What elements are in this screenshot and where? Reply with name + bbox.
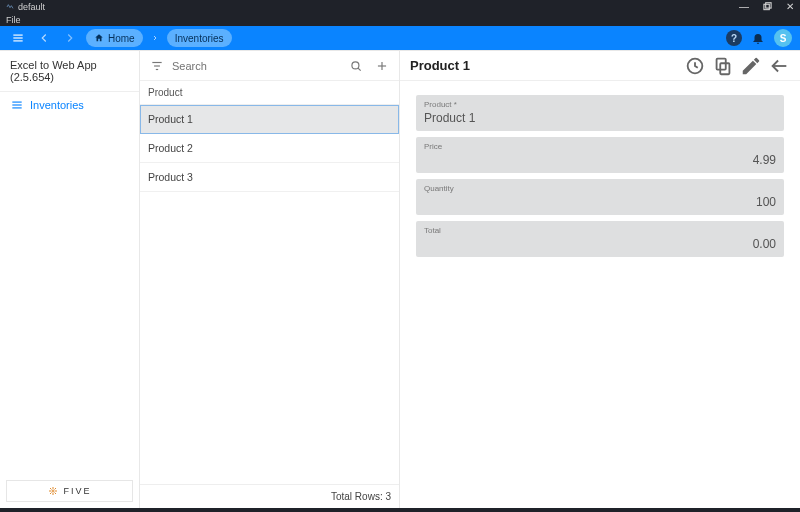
nav-back-button[interactable]	[34, 28, 54, 48]
breadcrumb-home[interactable]: Home	[86, 29, 143, 47]
table-row[interactable]: Product 2	[140, 134, 399, 163]
row-label: Product 2	[148, 142, 193, 154]
list-icon	[10, 98, 24, 112]
field-total[interactable]: Total 0.00	[416, 221, 784, 257]
detail-header: Product 1	[400, 51, 800, 81]
searchbar	[140, 51, 399, 81]
filter-button[interactable]	[146, 55, 168, 77]
brand-text: FIVE	[63, 486, 91, 496]
menubar: File	[0, 14, 800, 26]
app-icon	[6, 3, 14, 11]
search-input[interactable]	[172, 60, 341, 72]
table-row[interactable]: Product 3	[140, 163, 399, 192]
field-product-value: Product 1	[424, 109, 776, 125]
list: Product 1 Product 2 Product 3	[140, 105, 399, 484]
list-column-header: Product	[140, 81, 399, 105]
field-total-label: Total	[424, 226, 776, 235]
sidebar-item-label: Inventories	[30, 99, 84, 111]
avatar-initial: S	[780, 33, 787, 44]
field-quantity-value: 100	[424, 193, 776, 209]
breadcrumb-home-label: Home	[108, 33, 135, 44]
notifications-button[interactable]	[748, 28, 768, 48]
total-rows-value: 3	[385, 491, 391, 502]
sidebar-item-inventories[interactable]: Inventories	[0, 92, 139, 118]
topnav: Home Inventories ? S	[0, 26, 800, 50]
hamburger-icon[interactable]	[8, 28, 28, 48]
window-maximize-button[interactable]	[763, 2, 772, 13]
field-price-label: Price	[424, 142, 776, 151]
field-product[interactable]: Product * Product 1	[416, 95, 784, 131]
copy-button[interactable]	[712, 55, 734, 77]
total-rows-label: Total Rows:	[331, 491, 383, 502]
detail-body: Product * Product 1 Price 4.99 Quantity …	[400, 81, 800, 271]
breadcrumb-current-label: Inventories	[175, 33, 224, 44]
edit-button[interactable]	[740, 55, 762, 77]
list-column: Product Product 1 Product 2 Product 3 To…	[140, 51, 400, 508]
field-quantity-label: Quantity	[424, 184, 776, 193]
bottombar	[0, 508, 800, 512]
window-title: default	[18, 2, 739, 12]
breadcrumb-current[interactable]: Inventories	[167, 29, 232, 47]
required-indicator: *	[454, 100, 457, 109]
svg-line-13	[358, 68, 361, 71]
row-label: Product 1	[148, 113, 193, 125]
app-title: Excel to Web App (2.5.654)	[0, 51, 139, 92]
window-titlebar: default — ✕	[0, 0, 800, 14]
row-label: Product 3	[148, 171, 193, 183]
avatar[interactable]: S	[774, 29, 792, 47]
nav-forward-button[interactable]	[60, 28, 80, 48]
svg-point-12	[352, 61, 359, 68]
detail-panel: Product 1 Product * Product 1	[400, 51, 800, 508]
history-button[interactable]	[684, 55, 706, 77]
help-button[interactable]: ?	[726, 30, 742, 46]
field-price[interactable]: Price 4.99	[416, 137, 784, 173]
table-row[interactable]: Product 1	[140, 105, 399, 134]
window-minimize-button[interactable]: —	[739, 2, 749, 12]
menu-file[interactable]: File	[6, 15, 21, 25]
svg-rect-1	[766, 2, 771, 7]
add-button[interactable]	[371, 55, 393, 77]
field-total-value: 0.00	[424, 235, 776, 251]
chevron-right-icon	[149, 33, 161, 44]
svg-rect-0	[764, 4, 769, 9]
field-quantity[interactable]: Quantity 100	[416, 179, 784, 215]
brand-badge: FIVE	[6, 480, 133, 502]
brand-icon	[47, 485, 59, 497]
svg-point-8	[52, 490, 54, 492]
window-close-button[interactable]: ✕	[786, 2, 794, 12]
search-button[interactable]	[345, 55, 367, 77]
detail-title: Product 1	[410, 58, 678, 73]
total-rows: Total Rows: 3	[140, 484, 399, 508]
field-product-label: Product	[424, 100, 452, 109]
field-price-value: 4.99	[424, 151, 776, 167]
back-arrow-button[interactable]	[768, 55, 790, 77]
sidebar: Excel to Web App (2.5.654) Inventories F…	[0, 51, 140, 508]
